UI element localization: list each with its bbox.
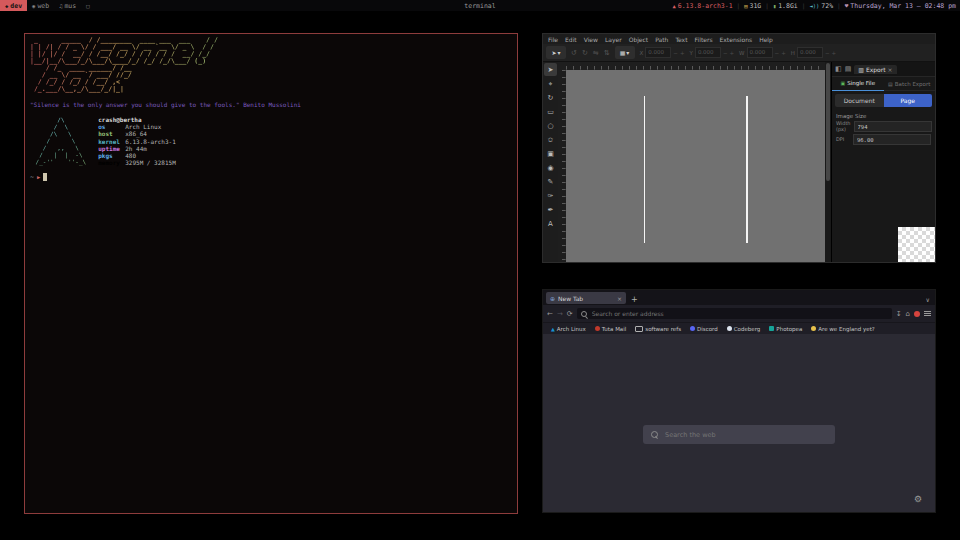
text-tool-icon[interactable]: A [544,217,557,230]
rotate-cw-icon[interactable]: ↻ [582,49,588,57]
bookmark-arch-linux[interactable]: ▲Arch Linux [551,326,586,332]
bookmark-are-we-england-yet[interactable]: Are we England yet? [811,326,874,332]
page-button[interactable]: Page [884,94,933,107]
rotate-ccw-icon[interactable]: ↺ [571,49,577,57]
dpi-label: DPI [836,137,850,143]
canvas-zone [558,62,825,262]
single-file-icon: ▣ [840,80,845,86]
forward-icon[interactable]: → [557,310,563,318]
increment-button[interactable]: + [729,50,734,56]
back-icon[interactable]: ← [547,310,553,318]
document-button[interactable]: Document [835,94,884,107]
ellipse-tool-icon[interactable]: ○ [544,119,557,132]
menu-path[interactable]: Path [655,36,668,43]
node-tool-icon[interactable]: ⌖ [544,77,557,90]
menu-file[interactable]: File [548,36,558,43]
bookmark-codeberg[interactable]: Codeberg [727,326,761,332]
web-search-box[interactable] [643,425,835,444]
decrement-button[interactable]: − [723,50,728,56]
increment-button[interactable]: + [680,50,685,56]
shell-prompt[interactable]: ~ ▶ [30,173,512,181]
pen-tool-icon[interactable]: ✒ [544,203,557,216]
disk-icon: ▤ [744,3,747,9]
drawn-path-line[interactable] [644,96,646,243]
width-label: Width (px) [836,121,851,132]
flip-vertical-icon[interactable]: ⇅ [604,49,610,57]
kernel-version: 6.13.8-arch3-1 [678,2,733,10]
image-size-label: Image Size [832,110,935,120]
terminal-window[interactable]: _ _____ / /________ ____ ___ ___ / / | |… [24,33,518,514]
selector-tool-icon[interactable]: ➤ [544,63,557,76]
reload-icon[interactable]: ⟳ [567,310,573,318]
workspace-tag-web[interactable]: ◉ web [27,0,54,11]
width-field[interactable]: W 0.000 −+ [739,47,786,58]
box-tool-icon[interactable]: ▣ [544,147,557,160]
flip-horizontal-icon[interactable]: ⇋ [593,49,599,57]
active-tab[interactable]: ⊕ New Tab × [546,292,626,304]
extension-icon[interactable] [914,311,920,317]
menu-edit[interactable]: Edit [565,36,577,43]
browser-tab-bar: ⊕ New Tab × + ∨ [543,290,935,305]
selector-options-dropdown[interactable]: ➤▾ [546,46,566,59]
menu-layer[interactable]: Layer [605,36,622,43]
menu-help[interactable]: Help [759,36,773,43]
height-field[interactable]: H 0.000 −+ [791,47,836,58]
web-search-input[interactable] [663,430,827,440]
increment-button[interactable]: + [832,50,837,56]
inkscape-window[interactable]: File Edit View Layer Object Path Text Fi… [542,33,936,263]
menu-view[interactable]: View [584,36,598,43]
close-icon[interactable]: × [888,66,893,73]
menu-text[interactable]: Text [675,36,687,43]
inkscape-canvas[interactable] [566,70,825,262]
menu-icon[interactable] [924,310,931,317]
folder-icon [635,326,643,332]
export-icon: ▥ [858,66,864,73]
x-coordinate-field[interactable]: X 0.000 −+ [640,47,685,58]
export-dialog-tab[interactable]: ▥ Export × [854,65,896,74]
batch-export-tab[interactable]: ▤ Batch Export [884,77,936,90]
star-tool-icon[interactable]: ✩ [544,133,557,146]
inkscape-toolbox: ➤ ⌖ ↻ ▭ ○ ✩ ▣ ◉ ✎ ✑ ✒ A [543,62,558,262]
workspace-tag-mus[interactable]: ♫ mus [54,0,81,11]
rectangle-tool-icon[interactable]: ▭ [544,105,557,118]
menu-extensions[interactable]: Extensions [720,36,753,43]
single-file-tab[interactable]: ▣ Single File [832,77,884,91]
browser-window[interactable]: ⊕ New Tab × + ∨ ← → ⟳ ↧ ⌂ ▲Arch Linux Tu… [542,289,936,513]
pencil-tool-icon[interactable]: ✎ [544,175,557,188]
url-input[interactable] [590,309,888,318]
align-dropdown[interactable]: ▦▾ [615,46,635,59]
objects-dialog-icon[interactable]: ▤ [845,65,852,73]
menu-object[interactable]: Object [629,36,649,43]
horizontal-ruler [566,62,825,70]
separator: | [802,2,806,9]
url-bar[interactable] [577,308,892,319]
bookmark-tuta-mail[interactable]: Tuta Mail [595,326,626,332]
increment-button[interactable]: + [781,50,786,56]
kernel-module: ▲ 6.13.8-arch3-1 [672,2,732,10]
personalize-gear-icon[interactable]: ⚙ [914,494,922,504]
close-tab-icon[interactable]: × [617,295,622,302]
new-tab-button[interactable]: + [631,295,638,304]
prompt-path: ~ [30,173,34,181]
workspace-tag-dev[interactable]: ◆ dev [0,0,27,11]
shape-builder-tool-icon[interactable]: ↻ [544,91,557,104]
bookmark-discord[interactable]: Discord [690,326,718,332]
menu-filters[interactable]: Filters [695,36,713,43]
decrement-button[interactable]: − [825,50,830,56]
decrement-button[interactable]: − [673,50,678,56]
dpi-input[interactable] [853,134,931,145]
y-coordinate-field[interactable]: Y 0.000 −+ [690,47,735,58]
spiral-tool-icon[interactable]: ◉ [544,161,557,174]
calligraphy-tool-icon[interactable]: ✑ [544,189,557,202]
bookmark-photopea[interactable]: Photopea [769,326,802,332]
fill-stroke-dialog-icon[interactable]: ◧ [835,65,842,73]
width-input[interactable] [854,121,932,132]
bookmark-folder-software-refs[interactable]: software refs [635,326,681,332]
drawn-path-line[interactable] [746,96,748,243]
home-icon[interactable]: ⌂ [906,310,910,318]
workspace-tag-misc[interactable]: □ [81,0,96,11]
list-all-tabs-icon[interactable]: ∨ [926,296,930,303]
scrollbar-thumb[interactable] [826,63,830,181]
downloads-icon[interactable]: ↧ [896,310,902,318]
decrement-button[interactable]: − [775,50,780,56]
